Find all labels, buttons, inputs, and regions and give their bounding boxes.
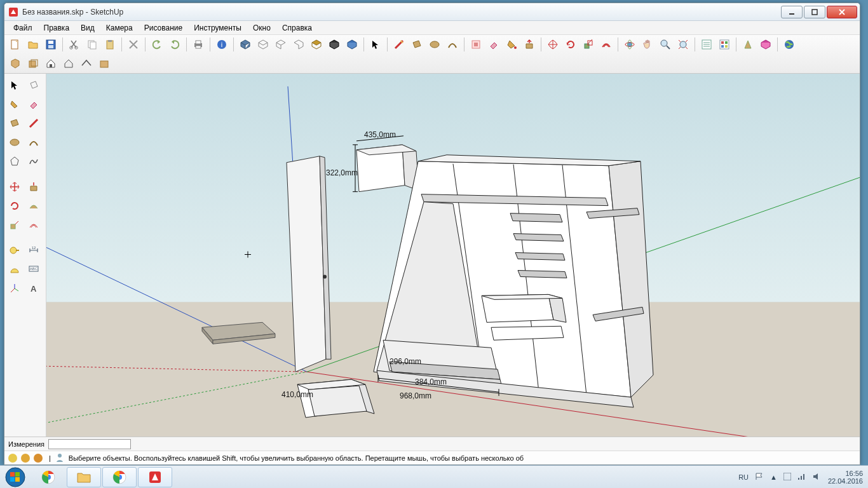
polygon-side-icon[interactable] [6, 152, 24, 170]
freehand-side-icon[interactable] [25, 152, 43, 170]
bottom-view-icon[interactable] [344, 36, 360, 53]
push-pull-icon[interactable] [521, 36, 538, 53]
app-icon [8, 7, 18, 17]
scale-side-icon[interactable] [6, 216, 24, 234]
box-icon[interactable] [96, 55, 112, 72]
roof-icon[interactable] [78, 55, 95, 72]
move-tool-icon[interactable] [545, 36, 561, 53]
front-view-icon[interactable] [273, 36, 289, 53]
earth-icon[interactable] [781, 36, 797, 53]
menu-file[interactable]: Файл [8, 22, 37, 34]
add-location-icon[interactable] [740, 36, 756, 53]
eraser-side-icon[interactable] [25, 95, 43, 113]
orbit-icon[interactable] [621, 36, 638, 53]
rectangle-tool-icon[interactable] [409, 36, 425, 53]
instructor-icon[interactable] [55, 452, 65, 464]
print-icon[interactable] [190, 36, 207, 53]
menu-view[interactable]: Вид [76, 22, 100, 34]
tray-network-icon[interactable] [797, 473, 806, 482]
info-icon[interactable]: i [214, 36, 230, 53]
select-icon[interactable] [367, 36, 384, 53]
redo-icon[interactable] [166, 36, 183, 53]
offset-tool-icon[interactable] [598, 36, 614, 53]
eraser-tool-icon[interactable] [485, 36, 502, 53]
layers-icon[interactable] [716, 36, 733, 53]
arc-tool-icon[interactable] [444, 36, 461, 53]
tray-flag-icon[interactable] [755, 472, 764, 482]
move-side-icon[interactable] [6, 178, 24, 196]
right-view-icon[interactable] [290, 36, 307, 53]
text-icon[interactable]: ABC [25, 261, 43, 278]
taskbar-sketchup[interactable] [138, 467, 172, 487]
viewport[interactable]: 435,0mm 322,0mm [46, 74, 860, 437]
pan-icon[interactable] [639, 36, 656, 53]
tray-action-center-icon[interactable] [783, 473, 791, 482]
taskbar-chrome-1[interactable] [31, 467, 65, 487]
circle-tool-icon[interactable] [426, 36, 443, 53]
dimension-icon[interactable]: 12 [25, 241, 43, 259]
menu-edit[interactable]: Правка [39, 22, 75, 34]
axes-icon[interactable] [6, 280, 24, 297]
back-view-icon[interactable] [308, 36, 325, 53]
close-button[interactable] [827, 6, 857, 18]
delete-icon[interactable] [125, 36, 142, 53]
svg-rect-34 [725, 45, 728, 48]
svg-rect-70 [10, 477, 15, 482]
open-file-icon[interactable] [25, 36, 41, 53]
measure-input[interactable] [48, 439, 131, 449]
menu-draw[interactable]: Рисование [139, 22, 187, 34]
paint-bucket-icon[interactable] [503, 36, 520, 53]
save-icon[interactable] [43, 36, 59, 53]
offset-side-icon[interactable] [25, 216, 43, 234]
menu-window[interactable]: Окно [248, 22, 276, 34]
new-file-icon[interactable] [7, 36, 24, 53]
paint-side-icon[interactable] [6, 95, 24, 113]
scale-tool-icon[interactable] [580, 36, 597, 53]
rotate-tool-icon[interactable] [562, 36, 579, 53]
svg-rect-5 [48, 41, 53, 44]
select-cursor-icon[interactable] [6, 76, 24, 94]
make-component-icon[interactable] [468, 36, 484, 53]
taskbar-explorer[interactable] [67, 467, 101, 487]
start-button[interactable] [0, 466, 31, 489]
line-tool-icon[interactable] [391, 36, 407, 53]
copy-icon[interactable] [84, 36, 100, 53]
zoom-extents-icon[interactable] [675, 36, 691, 53]
menu-camera[interactable]: Камера [101, 22, 138, 34]
svg-rect-14 [196, 41, 201, 44]
iso-view-icon[interactable] [237, 36, 254, 53]
outliner-icon[interactable] [698, 36, 715, 53]
rotate-side-icon[interactable] [6, 197, 24, 215]
cut-icon[interactable] [66, 36, 83, 53]
warehouse-icon[interactable] [757, 36, 774, 53]
maximize-button[interactable] [804, 6, 825, 18]
tape-icon[interactable] [6, 241, 24, 259]
dim-384: 384,0mm [415, 377, 447, 386]
protractor-icon[interactable] [6, 261, 24, 278]
undo-icon[interactable] [149, 36, 165, 53]
tray-arrow-icon[interactable]: ▲ [770, 473, 777, 481]
taskbar-chrome-2[interactable] [102, 467, 137, 487]
group-icon[interactable] [25, 55, 41, 72]
house-icon[interactable] [43, 55, 59, 72]
minimize-button[interactable] [781, 6, 803, 18]
menu-tools[interactable]: Инструменты [189, 22, 247, 34]
tray-sound-icon[interactable] [813, 473, 822, 482]
3dtext-icon[interactable]: A [25, 280, 43, 297]
component-side-icon[interactable] [25, 76, 43, 94]
tray-lang[interactable]: RU [738, 473, 749, 481]
house2-icon[interactable] [60, 55, 77, 72]
component-icon[interactable] [7, 55, 24, 72]
arc-side-icon[interactable] [25, 133, 43, 151]
paste-icon[interactable] [102, 36, 118, 53]
left-view-icon[interactable] [326, 36, 342, 53]
line-side-icon[interactable] [25, 114, 43, 132]
rect-side-icon[interactable] [6, 114, 24, 132]
pushpull-side-icon[interactable] [25, 178, 43, 196]
followme-side-icon[interactable] [25, 197, 43, 215]
zoom-icon[interactable] [657, 36, 674, 53]
tray-clock[interactable]: 16:56 22.04.2016 [828, 470, 863, 485]
menu-help[interactable]: Справка [277, 22, 317, 34]
circle-side-icon[interactable] [6, 133, 24, 151]
top-view-icon[interactable] [255, 36, 271, 53]
